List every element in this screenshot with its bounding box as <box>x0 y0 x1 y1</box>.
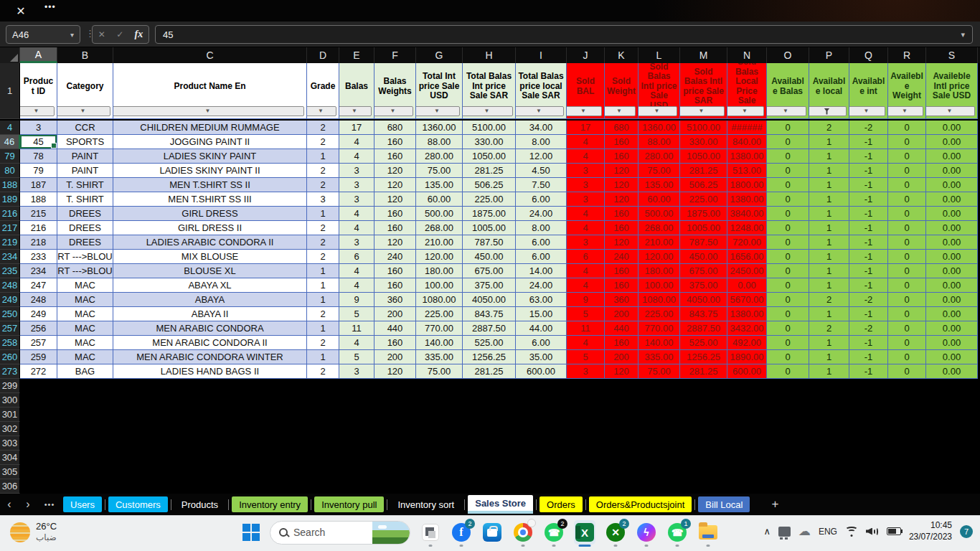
cell-L46[interactable]: 88.00 <box>639 135 680 149</box>
cell-M46[interactable]: 330.00 <box>680 135 727 149</box>
row-header-299[interactable]: 299 <box>0 379 20 393</box>
cell-L248[interactable]: 100.00 <box>639 278 680 293</box>
filter-dropdown-button[interactable]: ▼ <box>416 106 460 116</box>
cell-L250[interactable]: 225.00 <box>639 307 680 321</box>
cell-I80[interactable]: 4.50 <box>516 164 567 178</box>
cell-J46[interactable]: 4 <box>567 135 605 149</box>
cell-C258[interactable]: MEN ARABIC CONDORA II <box>113 336 307 350</box>
cell-H219[interactable]: 787.50 <box>463 235 516 250</box>
cell-O189[interactable]: 0 <box>767 192 809 207</box>
cell-K235[interactable]: 160 <box>605 264 639 278</box>
cell-C250[interactable]: ABAYA II <box>113 307 307 321</box>
cell-M188[interactable]: 506.25 <box>680 178 727 192</box>
filter-dropdown-button[interactable]: ▼ <box>727 106 764 116</box>
cell-D216[interactable]: 1 <box>307 207 339 221</box>
cell-N219[interactable]: 720.00 <box>727 235 767 250</box>
cell-S219[interactable]: 0.00 <box>926 235 978 250</box>
cell-E216[interactable]: 4 <box>339 207 374 221</box>
cell-L235[interactable]: 180.00 <box>639 264 680 278</box>
cell-E217[interactable]: 4 <box>339 221 374 235</box>
cell-K46[interactable]: 160 <box>605 135 639 149</box>
cell-M250[interactable]: 843.75 <box>680 307 727 321</box>
cell-F250[interactable]: 200 <box>374 307 416 321</box>
cell-E188[interactable]: 3 <box>339 178 374 192</box>
filter-dropdown-button[interactable]: ▼ <box>113 106 304 116</box>
cell-E46[interactable]: 4 <box>339 135 374 149</box>
sheet-tab-customers[interactable]: Customers <box>108 496 168 512</box>
cell-K248[interactable]: 160 <box>605 278 639 293</box>
cell-O46[interactable]: 0 <box>767 135 809 149</box>
more-options-icon[interactable]: ••• <box>44 2 56 12</box>
cell-S234[interactable]: 0.00 <box>926 250 978 264</box>
insert-function-icon[interactable]: fx <box>135 29 143 40</box>
cell-R80[interactable]: 0 <box>888 164 926 178</box>
wifi-icon[interactable] <box>845 527 858 537</box>
sheet-tab-bill-local[interactable]: Bill Local <box>698 496 750 512</box>
cell-J235[interactable]: 4 <box>567 264 605 278</box>
cell-O80[interactable]: 0 <box>767 164 809 178</box>
cell-J216[interactable]: 4 <box>567 207 605 221</box>
cell-A273[interactable]: 272 <box>20 364 57 379</box>
cell-E4[interactable]: 17 <box>339 121 374 135</box>
cell-R188[interactable]: 0 <box>888 178 926 192</box>
cell-F273[interactable]: 120 <box>374 364 416 379</box>
filter-funnel-button[interactable] <box>809 106 847 116</box>
cell-E189[interactable]: 3 <box>339 192 374 207</box>
cell-N46[interactable]: 840.00 <box>727 135 767 149</box>
column-header-M[interactable]: M <box>680 47 727 63</box>
cell-I250[interactable]: 15.00 <box>516 307 567 321</box>
sheet-tab-orders[interactable]: Orders <box>540 496 583 512</box>
row-header-260[interactable]: 260 <box>0 350 20 364</box>
cell-Q80[interactable]: -1 <box>849 164 888 178</box>
cell-K260[interactable]: 200 <box>605 350 639 364</box>
cell-D258[interactable]: 2 <box>307 336 339 350</box>
taskbar-whatsapp2-button[interactable]: ☎ 1 <box>666 520 688 545</box>
cell-M249[interactable]: 4050.00 <box>680 293 727 307</box>
cell-B257[interactable]: MAC <box>57 321 113 336</box>
cell-H257[interactable]: 2887.50 <box>463 321 516 336</box>
cell-A46[interactable]: 45 <box>20 135 57 149</box>
cell-I235[interactable]: 14.00 <box>516 264 567 278</box>
filter-dropdown-button[interactable]: ▼ <box>374 106 413 116</box>
onedrive-cloud-icon[interactable]: ☁ <box>798 525 811 537</box>
select-all-button[interactable] <box>0 47 20 63</box>
cell-L217[interactable]: 268.00 <box>639 221 680 235</box>
cell-G219[interactable]: 210.00 <box>416 235 463 250</box>
cell-I189[interactable]: 6.00 <box>516 192 567 207</box>
cell-L257[interactable]: 770.00 <box>639 321 680 336</box>
cell-R260[interactable]: 0 <box>888 350 926 364</box>
cell-H234[interactable]: 450.00 <box>463 250 516 264</box>
cell-D235[interactable]: 1 <box>307 264 339 278</box>
cell-N250[interactable]: 1380.00 <box>727 307 767 321</box>
cell-O260[interactable]: 0 <box>767 350 809 364</box>
column-header-N[interactable]: N <box>727 47 767 63</box>
cell-I248[interactable]: 24.00 <box>516 278 567 293</box>
column-header-E[interactable]: E <box>339 47 374 63</box>
cell-O234[interactable]: 0 <box>767 250 809 264</box>
cell-D249[interactable]: 1 <box>307 293 339 307</box>
cell-I260[interactable]: 35.00 <box>516 350 567 364</box>
sheet-tab-sales-store[interactable]: Sales Store <box>468 495 533 514</box>
cell-C273[interactable]: LADIES HAND BAGS II <box>113 364 307 379</box>
cell-S235[interactable]: 0.00 <box>926 264 978 278</box>
cell-M80[interactable]: 281.25 <box>680 164 727 178</box>
cell-I273[interactable]: 600.00 <box>516 364 567 379</box>
cell-A248[interactable]: 247 <box>20 278 57 293</box>
cell-D189[interactable]: 3 <box>307 192 339 207</box>
cell-A234[interactable]: 233 <box>20 250 57 264</box>
cell-J258[interactable]: 4 <box>567 336 605 350</box>
cell-R258[interactable]: 0 <box>888 336 926 350</box>
cell-O235[interactable]: 0 <box>767 264 809 278</box>
cell-F189[interactable]: 120 <box>374 192 416 207</box>
cell-P4[interactable]: 2 <box>809 121 849 135</box>
cell-G189[interactable]: 60.00 <box>416 192 463 207</box>
cell-G217[interactable]: 268.00 <box>416 221 463 235</box>
taskbar-explorer-button[interactable] <box>697 520 719 545</box>
cell-B235[interactable]: RT --->BLOU <box>57 264 113 278</box>
column-header-I[interactable]: I <box>516 47 567 63</box>
cell-H258[interactable]: 525.00 <box>463 336 516 350</box>
cell-O248[interactable]: 0 <box>767 278 809 293</box>
cell-Q79[interactable]: -1 <box>849 149 888 164</box>
cell-A80[interactable]: 79 <box>20 164 57 178</box>
filter-dropdown-button[interactable]: ▼ <box>463 106 513 116</box>
